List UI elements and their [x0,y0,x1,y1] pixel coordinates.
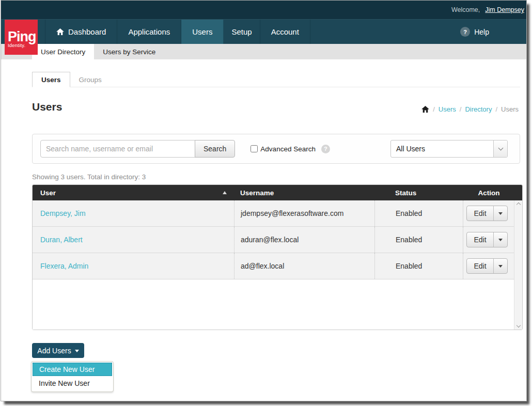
edit-button-label[interactable]: Edit [467,232,493,247]
edit-split-button[interactable]: Edit [466,206,507,221]
caret-down-icon [75,350,79,352]
advanced-search-checkbox[interactable] [251,145,258,152]
nav-item-account[interactable]: Account [260,20,310,44]
nav-label: Users [192,27,212,36]
username-cell: ad@flex.local [241,262,284,270]
column-label: User [40,189,56,197]
table-header: User Username Status Action [33,185,522,200]
user-name-link[interactable]: Dempsey, Jim [40,209,86,217]
menu-item-create-new-user[interactable]: Create New User [33,363,112,376]
username-cell: aduran@flex.local [241,236,299,244]
ping-identity-logo[interactable]: Ping Identity. [5,20,38,55]
add-users-menu: Create New User Invite New User [31,361,114,392]
user-filter-select[interactable]: All Users [390,140,508,158]
tab-user-directory[interactable]: User Directory [32,44,94,59]
nav-item-setup[interactable]: Setup [224,20,260,44]
caret-down-icon [498,212,503,215]
scroll-up-icon[interactable] [516,202,520,207]
page-title: Users [32,101,62,113]
nav-item-dashboard[interactable]: Dashboard [45,20,117,44]
column-label: Action [478,189,500,197]
current-user-link[interactable]: Jim Dempsey [485,6,524,13]
advanced-search-help-icon[interactable]: ? [321,145,330,153]
welcome-label: Welcome, [451,6,480,13]
breadcrumb-home-icon[interactable] [421,106,429,113]
nav-list: Dashboard Applications Users Setup Accou… [45,20,310,44]
app-window: Welcome, Jim Dempsey Ping Identity. Dash… [1,0,527,401]
status-cell: Enabled [396,236,422,244]
breadcrumb-separator: / [495,105,497,113]
user-name-link[interactable]: Duran, Albert [40,236,83,244]
nav-label: Account [271,27,299,36]
results-summary: Showing 3 users. Total in directory: 3 [32,173,522,181]
column-header-status[interactable]: Status [374,185,463,200]
nav-label: Applications [128,27,170,36]
tab-users-by-service[interactable]: Users by Service [94,44,164,59]
column-header-user[interactable]: User [33,185,234,200]
table-scrollbar[interactable] [514,200,522,330]
tab-label: User Directory [41,48,85,56]
status-cell: Enabled [396,262,422,270]
add-users-label: Add Users [37,347,71,355]
edit-button-label[interactable]: Edit [467,206,493,221]
table-body: Dempsey, Jim jdempsey@flexerasoftware.co… [33,200,522,330]
home-icon [56,28,64,35]
screenshot-stage: Welcome, Jim Dempsey Ping Identity. Dash… [0,0,532,406]
column-header-action: Action [463,185,522,200]
main-navbar: Ping Identity. Dashboard Applications Us… [1,19,526,44]
edit-split-button[interactable]: Edit [466,258,507,274]
edit-button-label[interactable]: Edit [467,259,493,273]
tab-users[interactable]: Users [32,72,70,87]
edit-split-button[interactable]: Edit [466,232,507,247]
search-button[interactable]: Search [195,140,235,158]
breadcrumb-separator: / [433,105,435,113]
logo-brand-text: Ping [8,31,38,42]
tab-label: Users [41,76,61,84]
filter-selected-value: All Users [391,140,493,157]
tab-label: Users by Service [103,48,155,56]
status-cell: Enabled [396,209,422,217]
advanced-search-group: Advanced Search ? [251,145,330,153]
edit-dropdown-caret[interactable] [493,206,507,221]
user-name-link[interactable]: Flexera, Admin [40,262,88,270]
search-input[interactable] [40,140,195,158]
caret-down-icon [498,265,503,268]
nav-item-applications[interactable]: Applications [117,20,181,44]
table-row: Flexera, Admin ad@flex.local Enabled Edi… [33,253,522,279]
help-menu[interactable]: ? Help [460,20,526,44]
column-header-username[interactable]: Username [234,185,374,200]
username-cell: jdempsey@flexerasoftware.com [241,209,343,217]
table-row: Duran, Albert aduran@flex.local Enabled … [33,227,522,253]
tab-groups[interactable]: Groups [70,72,111,87]
tab-label: Groups [79,76,102,84]
breadcrumb-link-directory[interactable]: Directory [465,105,492,113]
service-tabs-strip: User Directory Users by Service [1,44,526,59]
search-panel: Search Advanced Search ? All Users [32,134,520,164]
users-table: User Username Status Action Demp [32,184,523,330]
help-question-icon: ? [460,27,470,37]
column-label: Username [240,189,274,197]
scroll-down-icon[interactable] [516,323,520,327]
table-row: Dempsey, Jim jdempsey@flexerasoftware.co… [33,200,522,227]
menu-item-invite-new-user[interactable]: Invite New User [33,376,112,391]
help-label: Help [474,28,489,36]
title-row: Users / Users / Directory / Users [32,101,523,113]
add-users-button[interactable]: Add Users [32,343,84,358]
nav-label: Setup [231,27,252,36]
directory-tabs: Users Groups [32,72,520,87]
sort-asc-icon [223,191,227,194]
nav-item-users[interactable]: Users [181,20,224,44]
nav-label: Dashboard [68,27,106,36]
column-label: Status [395,189,416,197]
advanced-search-label: Advanced Search [260,145,316,153]
top-welcome-bar: Welcome, Jim Dempsey [1,1,526,19]
breadcrumb: / Users / Directory / Users [421,105,523,113]
breadcrumb-link-users[interactable]: Users [439,105,456,113]
chevron-down-icon [493,140,507,157]
page-content: Users Groups Users / Users / Directory [1,72,526,392]
caret-down-icon [498,239,503,241]
edit-dropdown-caret[interactable] [493,232,507,247]
edit-dropdown-caret[interactable] [493,259,507,273]
breadcrumb-separator: / [460,105,462,113]
breadcrumb-current: Users [501,105,519,113]
